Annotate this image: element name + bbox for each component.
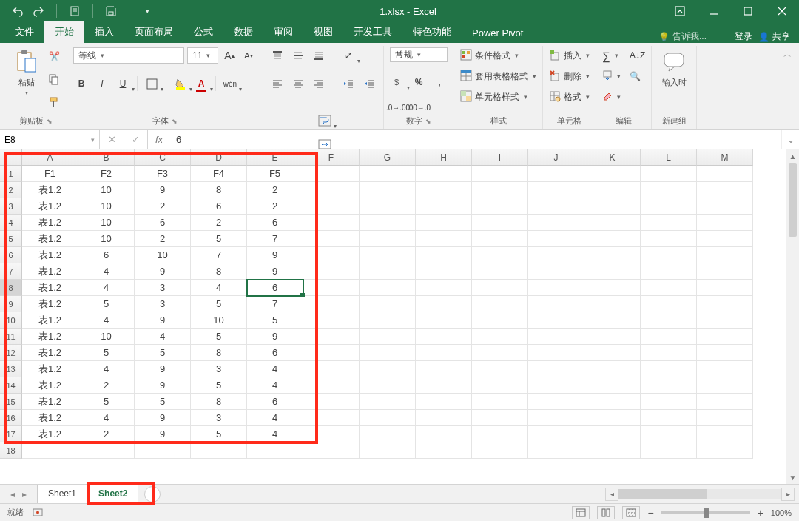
name-box[interactable]: ▾ — [0, 130, 100, 149]
cell[interactable] — [528, 296, 584, 312]
cell[interactable]: 表1.2 — [22, 198, 78, 215]
cell[interactable] — [416, 280, 472, 296]
cell[interactable]: F3 — [135, 166, 191, 182]
cell[interactable]: 表1.2 — [22, 312, 78, 329]
cell[interactable]: 4 — [247, 410, 303, 426]
align-middle-icon[interactable] — [290, 47, 306, 64]
row-header[interactable]: 8 — [0, 280, 22, 296]
cell[interactable]: 2 — [135, 198, 191, 215]
cell[interactable] — [641, 231, 697, 247]
decrease-font-icon[interactable]: A▾ — [240, 47, 257, 64]
cell[interactable] — [78, 442, 135, 459]
clipboard-launcher-icon[interactable]: ⬊ — [47, 118, 53, 125]
sheet-nav-next-icon[interactable]: ▸ — [22, 489, 27, 499]
format-cells-button[interactable]: 格式▾ — [549, 89, 590, 105]
find-select-button[interactable]: 🔍 — [630, 68, 645, 84]
cell[interactable] — [303, 166, 360, 182]
borders-icon[interactable] — [144, 75, 160, 92]
row-header[interactable]: 13 — [0, 361, 22, 377]
row-header[interactable]: 10 — [0, 312, 22, 329]
row-header[interactable]: 2 — [0, 182, 22, 198]
cell[interactable]: 8 — [191, 263, 247, 280]
cell[interactable]: 7 — [191, 247, 247, 263]
tab-layout[interactable]: 页面布局 — [124, 21, 183, 43]
cell[interactable] — [416, 198, 472, 215]
cell[interactable]: 5 — [191, 377, 247, 394]
cell[interactable] — [528, 198, 584, 215]
fill-button[interactable]: ▾ — [602, 68, 621, 84]
cell[interactable]: 8 — [191, 394, 247, 410]
cell[interactable] — [303, 410, 360, 426]
row-header[interactable]: 18 — [0, 442, 22, 459]
cell[interactable] — [697, 182, 753, 198]
cell[interactable]: 4 — [135, 329, 191, 345]
cell[interactable]: 4 — [247, 361, 303, 377]
cell[interactable] — [528, 345, 584, 361]
cell[interactable] — [416, 312, 472, 329]
column-header[interactable]: A — [22, 149, 78, 166]
cell[interactable] — [641, 361, 697, 377]
cell[interactable]: 10 — [191, 312, 247, 329]
cell[interactable]: 3 — [191, 361, 247, 377]
cell[interactable] — [360, 361, 416, 377]
cell[interactable] — [303, 215, 360, 231]
row-header[interactable]: 16 — [0, 410, 22, 426]
tab-feature[interactable]: 特色功能 — [402, 21, 462, 43]
column-header[interactable]: C — [135, 149, 191, 166]
cell[interactable] — [697, 394, 753, 410]
cell[interactable] — [472, 361, 528, 377]
cell[interactable] — [641, 263, 697, 280]
cell[interactable] — [472, 182, 528, 198]
sheet-tab-sheet2[interactable]: Sheet2 — [87, 485, 138, 503]
cell[interactable]: 表1.2 — [22, 361, 78, 377]
phonetic-guide-icon[interactable]: wén — [222, 75, 238, 92]
conditional-format-button[interactable]: 条件格式▾ — [460, 47, 536, 64]
cell[interactable]: F1 — [22, 166, 78, 182]
cell[interactable] — [303, 394, 360, 410]
cell[interactable] — [697, 361, 753, 377]
cell[interactable]: 10 — [78, 231, 135, 247]
fill-color-icon[interactable] — [172, 75, 189, 92]
cell[interactable]: F5 — [247, 166, 303, 182]
cell[interactable] — [472, 166, 528, 182]
cell[interactable]: 表1.2 — [22, 296, 78, 312]
cancel-formula-icon[interactable]: ✕ — [100, 134, 124, 145]
cell[interactable]: 9 — [135, 263, 191, 280]
cell[interactable]: 4 — [78, 263, 135, 280]
cell[interactable] — [528, 312, 584, 329]
cell[interactable] — [641, 410, 697, 426]
cell[interactable]: 6 — [247, 394, 303, 410]
cell[interactable]: 5 — [191, 231, 247, 247]
align-left-icon[interactable] — [269, 75, 286, 92]
save-icon[interactable] — [105, 5, 117, 17]
cell[interactable]: 8 — [191, 182, 247, 198]
cell[interactable] — [697, 263, 753, 280]
number-launcher-icon[interactable]: ⬊ — [425, 118, 431, 125]
cell[interactable] — [641, 198, 697, 215]
cell[interactable] — [247, 442, 303, 459]
cell[interactable] — [303, 442, 360, 459]
cell[interactable] — [416, 263, 472, 280]
page-layout-view-icon[interactable] — [597, 506, 615, 519]
cell[interactable]: 2 — [247, 182, 303, 198]
cell[interactable] — [528, 166, 584, 182]
cell[interactable]: 9 — [135, 426, 191, 442]
cell[interactable] — [360, 280, 416, 296]
cell[interactable]: 7 — [247, 296, 303, 312]
cell[interactable] — [641, 329, 697, 345]
cell[interactable] — [584, 426, 641, 442]
cell[interactable]: 2 — [78, 377, 135, 394]
cell[interactable] — [472, 442, 528, 459]
cell[interactable] — [472, 410, 528, 426]
cell[interactable]: 4 — [247, 426, 303, 442]
cell[interactable] — [303, 247, 360, 263]
cell[interactable]: 10 — [78, 215, 135, 231]
cell[interactable] — [360, 296, 416, 312]
column-header[interactable]: D — [191, 149, 247, 166]
autosum-button[interactable]: ∑▾ — [602, 47, 621, 64]
tab-review[interactable]: 审阅 — [263, 21, 303, 43]
clear-button[interactable]: ▾ — [602, 89, 621, 105]
cell[interactable] — [416, 361, 472, 377]
select-all-corner[interactable] — [0, 149, 22, 166]
cell[interactable]: 8 — [191, 345, 247, 361]
